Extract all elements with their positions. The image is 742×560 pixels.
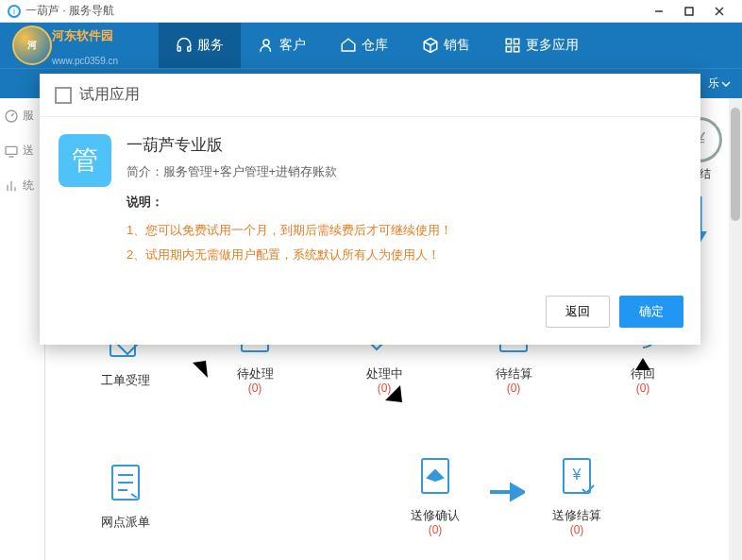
dialog-info: 一葫芦专业版 简介：服务管理+客户管理+进销存账款 说明： 1、您可以免费试用一…: [126, 134, 682, 267]
workflow-row-bottom: 网点派单 送修确认 (0) ¥ 送修结算 (0): [83, 448, 685, 536]
explain-line-2: 2、试用期内无需做用户配置，系统默认所有人为使用人！: [126, 243, 682, 267]
sidebar-item-service[interactable]: 服: [0, 98, 44, 133]
subbar-dropdown[interactable]: 乐: [708, 76, 731, 92]
sidebar-label: 统: [23, 178, 34, 194]
close-button[interactable]: [704, 0, 734, 23]
dashboard-icon: [4, 109, 19, 124]
dialog-header: 试用应用: [40, 74, 700, 117]
ok-button[interactable]: 确定: [619, 296, 683, 328]
window-controls: [644, 0, 734, 23]
svg-marker-36: [512, 485, 523, 499]
user-icon: [258, 37, 275, 54]
node-count: (0): [393, 523, 478, 536]
node-repair-confirm[interactable]: 送修确认 (0): [393, 448, 478, 536]
main-menubar: 河 河东软件园 www.pc0359.cn 服务 客户 仓库 销售 更多应用: [0, 23, 742, 68]
svg-rect-10: [514, 47, 519, 52]
menu-label: 更多应用: [526, 37, 579, 54]
svg-rect-7: [506, 39, 511, 43]
bars-icon: [4, 178, 19, 194]
brand-url: www.pc0359.cn: [52, 56, 118, 66]
scrollbar-thumb[interactable]: [731, 108, 740, 221]
window-titlebar: i 一葫芦 · 服务导航: [0, 0, 742, 23]
node-label: 送修确认: [393, 508, 478, 523]
svg-rect-12: [6, 146, 17, 154]
app-name: 一葫芦专业版: [126, 134, 682, 156]
svg-point-6: [263, 40, 269, 45]
svg-marker-27: [385, 385, 402, 402]
maximize-button[interactable]: [674, 0, 704, 23]
sidebar-item-stats[interactable]: 统: [0, 168, 44, 203]
cube-icon: [422, 37, 439, 54]
svg-rect-9: [506, 47, 511, 52]
list-doc-icon: [103, 460, 148, 505]
minimize-button[interactable]: [644, 0, 674, 23]
sidebar-label: 服: [23, 108, 34, 124]
send-doc-icon: [413, 453, 458, 499]
window-title: 一葫芦 · 服务导航: [25, 3, 644, 19]
svg-marker-25: [193, 361, 208, 378]
subbar-label: 乐: [708, 76, 719, 92]
svg-rect-4: [177, 47, 180, 52]
node-dispatch[interactable]: 网点派单: [83, 454, 168, 530]
app-badge-icon: 管: [59, 134, 111, 187]
grid-icon: [504, 37, 521, 54]
workflow-diag-arrows: [121, 353, 666, 410]
svg-line-26: [363, 363, 393, 393]
svg-marker-29: [635, 358, 650, 370]
svg-rect-1: [685, 8, 693, 15]
explain-label: 说明：: [126, 194, 682, 211]
menu-label: 服务: [197, 37, 224, 54]
arrow-right-icon: [487, 473, 525, 511]
scrollbar-track[interactable]: [729, 98, 742, 560]
arrow-up-icon: [629, 353, 657, 410]
dialog-body: 管 一葫芦专业版 简介：服务管理+客户管理+进销存账款 说明： 1、您可以免费试…: [40, 117, 700, 284]
headset-icon: [176, 37, 193, 54]
app-desc: 简介：服务管理+客户管理+进销存账款: [126, 163, 682, 180]
dialog-title: 试用应用: [79, 85, 140, 105]
home-icon: [340, 37, 357, 54]
menu-label: 客户: [279, 37, 306, 54]
brand-name: 河东软件园: [52, 27, 113, 44]
brand-logo: 河: [9, 23, 55, 68]
sidebar-item-delivery[interactable]: 送: [0, 133, 44, 168]
dialog-footer: 返回 确定: [40, 284, 700, 345]
explain-line-1: 1、您可以免费试用一个月，到期后需续费后才可继续使用！: [126, 218, 682, 243]
arrow-diag-up-icon: [159, 353, 215, 410]
node-repair-settle[interactable]: ¥ 送修结算 (0): [534, 448, 619, 536]
menu-customer[interactable]: 客户: [241, 23, 323, 68]
yen-check-icon: ¥: [554, 453, 599, 499]
menu-service[interactable]: 服务: [159, 23, 241, 68]
menu-label: 销售: [444, 37, 470, 54]
arrow-diag-down-icon: [353, 353, 410, 410]
node-count: (0): [534, 523, 619, 536]
svg-line-24: [168, 370, 198, 400]
menu-warehouse[interactable]: 仓库: [323, 23, 405, 68]
square-icon: [55, 87, 72, 104]
screen-icon: [4, 144, 19, 159]
node-label: 送修结算: [534, 508, 619, 523]
node-label: 网点派单: [83, 515, 168, 530]
svg-rect-8: [514, 39, 519, 43]
svg-rect-5: [188, 47, 191, 52]
sidebar-label: 送: [23, 143, 34, 159]
left-sidebar: 服 送 统: [0, 98, 45, 560]
chevron-down-icon: [721, 79, 731, 89]
menu-sales[interactable]: 销售: [405, 23, 487, 68]
back-button[interactable]: 返回: [546, 296, 610, 328]
menu-more-apps[interactable]: 更多应用: [487, 23, 596, 68]
svg-text:¥: ¥: [572, 467, 582, 483]
app-icon: i: [8, 5, 21, 18]
menu-label: 仓库: [362, 37, 388, 54]
trial-dialog: 试用应用 管 一葫芦专业版 简介：服务管理+客户管理+进销存账款 说明： 1、您…: [40, 74, 700, 345]
